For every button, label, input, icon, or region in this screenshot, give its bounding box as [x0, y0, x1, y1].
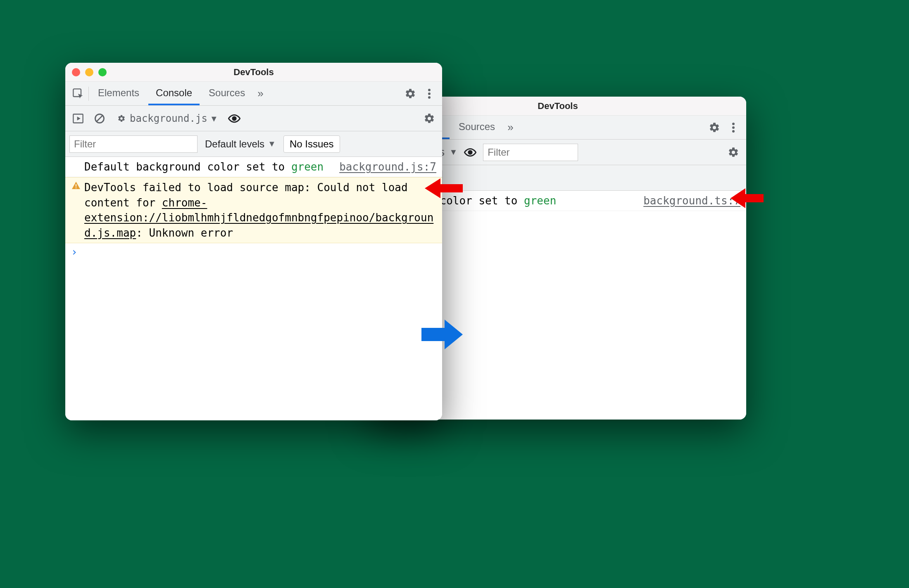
kebab-menu-icon[interactable] [421, 85, 438, 102]
svg-marker-16 [731, 188, 764, 208]
warning-message: DevTools failed to load source map: Coul… [84, 180, 436, 240]
annotation-arrow-left-icon [425, 177, 463, 200]
more-tabs-chevron-icon[interactable]: » [504, 121, 516, 134]
console-output: Default background color set to green ba… [65, 157, 442, 420]
svg-point-12 [233, 116, 236, 120]
log-levels-dropdown[interactable]: Default levels ▼ [202, 135, 279, 153]
live-expression-eye-icon[interactable] [462, 144, 479, 161]
log-source-link[interactable]: background.ts:7 [643, 193, 740, 208]
svg-point-5 [428, 89, 431, 91]
warning-icon [71, 181, 81, 191]
window-title: DevTools [65, 67, 442, 78]
clear-console-icon[interactable] [91, 110, 108, 127]
tab-console[interactable]: Console [148, 82, 200, 105]
svg-point-3 [469, 150, 472, 154]
settings-gear-icon[interactable] [402, 85, 419, 102]
svg-marker-17 [421, 320, 463, 349]
svg-marker-9 [77, 116, 81, 120]
chevron-down-icon: ▼ [212, 114, 217, 123]
annotation-arrow-left-icon [731, 187, 764, 210]
settings-gear-icon[interactable] [421, 110, 438, 127]
console-warning-row[interactable]: DevTools failed to load source map: Coul… [65, 177, 442, 243]
svg-point-1 [732, 126, 735, 129]
tab-sources[interactable]: Sources [201, 82, 252, 105]
more-tabs-chevron-icon[interactable]: » [254, 87, 267, 100]
annotation-arrow-right-icon [421, 318, 463, 351]
filter-input[interactable] [69, 135, 198, 153]
tab-elements[interactable]: Elements [90, 82, 147, 105]
kebab-menu-icon[interactable] [725, 119, 742, 136]
gear-icon [117, 114, 126, 123]
settings-gear-icon[interactable] [725, 144, 742, 161]
svg-point-6 [428, 92, 431, 95]
inspect-element-icon[interactable] [69, 85, 87, 102]
devtools-window-left: DevTools Elements Console Sources » back… [65, 63, 442, 420]
tab-strip: Elements Console Sources » [65, 82, 442, 106]
filter-input[interactable] [483, 144, 578, 161]
log-message: Default background color set to green [84, 159, 332, 174]
svg-point-2 [732, 130, 735, 133]
svg-point-7 [428, 96, 431, 99]
console-toolbar: background.js ▼ [65, 106, 442, 131]
toggle-sidebar-icon[interactable] [69, 110, 87, 127]
svg-line-11 [97, 116, 102, 121]
svg-marker-15 [425, 178, 463, 198]
console-toolbar-row2: Default levels ▼ No Issues [65, 131, 442, 157]
console-prompt[interactable]: › [65, 243, 442, 261]
no-issues-button[interactable]: No Issues [283, 135, 340, 153]
svg-rect-13 [76, 184, 76, 187]
chevron-down-icon: ▼ [268, 139, 276, 149]
color-value: green [291, 161, 324, 173]
context-selector[interactable]: background.js ▼ [112, 111, 221, 126]
tab-sources[interactable]: Sources [451, 116, 502, 139]
context-name: background.js [130, 113, 207, 124]
titlebar: DevTools [65, 63, 442, 82]
settings-gear-icon[interactable] [706, 119, 723, 136]
log-source-link[interactable]: background.js:7 [339, 159, 436, 174]
svg-point-0 [732, 123, 735, 125]
svg-rect-14 [76, 187, 76, 188]
console-log-row[interactable]: Default background color set to green ba… [65, 157, 442, 177]
live-expression-eye-icon[interactable] [226, 110, 243, 127]
color-value: green [524, 194, 556, 207]
chevron-down-icon[interactable]: ▼ [449, 147, 457, 157]
